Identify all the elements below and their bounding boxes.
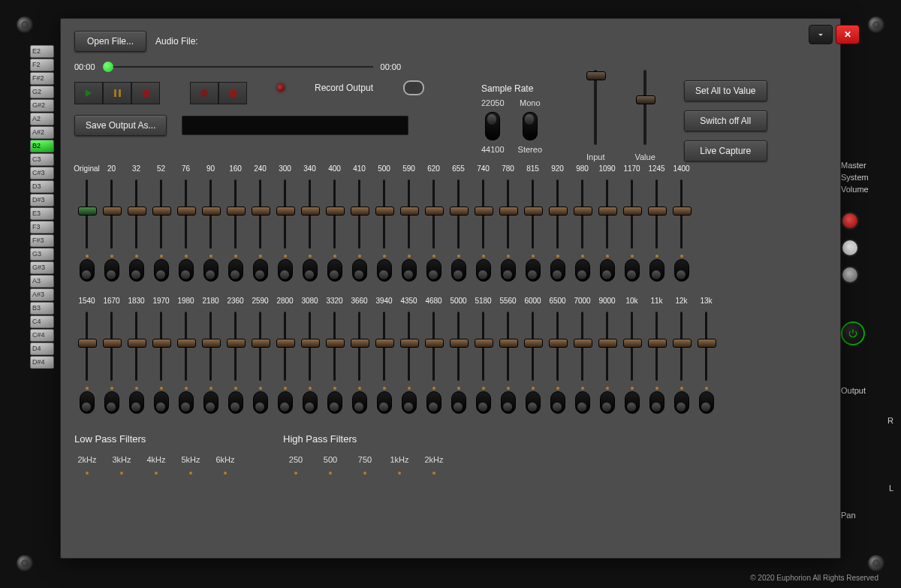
eq-toggle[interactable] — [253, 259, 268, 282]
eq-toggle[interactable] — [80, 259, 95, 282]
eq-slider[interactable] — [457, 312, 460, 381]
eq-toggle[interactable] — [649, 259, 664, 282]
eq-slider[interactable] — [135, 179, 137, 249]
eq-slider[interactable] — [606, 179, 608, 249]
eq-toggle[interactable] — [203, 259, 218, 282]
eq-slider[interactable] — [556, 312, 559, 381]
eq-slider[interactable] — [358, 312, 360, 381]
eq-toggle[interactable] — [402, 259, 417, 282]
eq-slider[interactable] — [135, 312, 137, 381]
eq-toggle[interactable] — [625, 391, 640, 414]
eq-toggle[interactable] — [228, 391, 243, 414]
input-slider[interactable]: Input — [586, 70, 604, 161]
eq-toggle[interactable] — [649, 391, 664, 414]
eq-toggle[interactable] — [278, 259, 293, 282]
piano-key[interactable]: E2 — [30, 45, 54, 58]
eq-toggle[interactable] — [303, 259, 318, 282]
loop-toggle[interactable] — [403, 80, 424, 95]
eq-slider[interactable] — [234, 312, 237, 381]
eq-slider[interactable] — [680, 312, 683, 381]
eq-slider[interactable] — [532, 179, 534, 249]
eq-slider[interactable] — [309, 179, 311, 249]
eq-slider[interactable] — [432, 312, 435, 381]
eq-slider[interactable] — [259, 312, 261, 381]
eq-toggle[interactable] — [501, 259, 516, 282]
piano-key[interactable]: A#3 — [30, 288, 54, 301]
piano-key[interactable]: C3 — [30, 153, 54, 166]
stop-button[interactable] — [131, 82, 160, 104]
playhead-icon[interactable] — [103, 62, 113, 72]
eq-toggle[interactable] — [625, 259, 640, 282]
eq-slider[interactable] — [383, 312, 385, 381]
eq-slider[interactable] — [581, 179, 583, 249]
eq-toggle[interactable] — [402, 391, 417, 414]
piano-key[interactable]: G2 — [30, 86, 54, 98]
eq-toggle[interactable] — [426, 259, 441, 282]
eq-toggle[interactable] — [203, 391, 218, 414]
eq-slider[interactable] — [556, 179, 559, 249]
playback-timeline[interactable] — [103, 66, 373, 68]
eq-slider[interactable] — [259, 179, 261, 249]
eq-slider[interactable] — [680, 179, 683, 249]
eq-toggle[interactable] — [550, 391, 565, 414]
eq-toggle[interactable] — [377, 259, 392, 282]
eq-toggle[interactable] — [451, 259, 466, 282]
eq-toggle[interactable] — [550, 259, 565, 282]
eq-slider[interactable] — [432, 179, 435, 249]
eq-toggle[interactable] — [154, 259, 169, 282]
piano-key[interactable]: F3 — [30, 221, 54, 234]
eq-toggle[interactable] — [526, 259, 541, 282]
eq-slider[interactable] — [185, 179, 187, 249]
piano-key[interactable]: D#3 — [30, 194, 54, 207]
eq-slider[interactable] — [532, 312, 534, 381]
minimize-button[interactable] — [809, 25, 833, 44]
eq-toggle[interactable] — [600, 391, 615, 414]
eq-slider[interactable] — [507, 179, 509, 249]
piano-key[interactable]: A3 — [30, 275, 54, 288]
eq-slider[interactable] — [110, 179, 113, 249]
eq-slider[interactable] — [284, 179, 286, 249]
eq-slider[interactable] — [631, 179, 633, 249]
eq-slider[interactable] — [160, 179, 162, 249]
eq-toggle[interactable] — [327, 391, 342, 414]
eq-toggle[interactable] — [575, 391, 590, 414]
eq-slider[interactable] — [284, 312, 286, 381]
eq-toggle[interactable] — [674, 391, 689, 414]
eq-slider[interactable] — [110, 312, 113, 381]
pause-button[interactable] — [103, 82, 131, 104]
eq-toggle[interactable] — [575, 259, 590, 282]
eq-toggle[interactable] — [352, 391, 367, 414]
eq-slider[interactable] — [408, 179, 410, 249]
piano-key[interactable]: G3 — [30, 248, 54, 261]
piano-key[interactable]: C#3 — [30, 167, 54, 179]
eq-toggle[interactable] — [327, 259, 342, 282]
eq-toggle[interactable] — [278, 391, 293, 414]
piano-key[interactable]: E3 — [30, 207, 54, 220]
eq-toggle[interactable] — [476, 391, 491, 414]
piano-key[interactable]: G#3 — [30, 261, 54, 274]
piano-key[interactable]: D3 — [30, 180, 54, 193]
eq-slider[interactable] — [86, 179, 88, 249]
eq-slider[interactable] — [234, 179, 237, 249]
eq-slider[interactable] — [705, 312, 707, 381]
eq-toggle[interactable] — [104, 259, 119, 282]
play-button[interactable] — [74, 82, 103, 104]
output-path-input[interactable] — [182, 116, 408, 135]
eq-toggle[interactable] — [228, 259, 243, 282]
piano-key[interactable]: D#4 — [30, 356, 54, 369]
eq-slider[interactable] — [333, 179, 336, 249]
eq-toggle[interactable] — [600, 259, 615, 282]
eq-slider[interactable] — [655, 179, 658, 249]
save-output-button[interactable]: Save Output As... — [74, 115, 167, 136]
eq-toggle[interactable] — [179, 391, 194, 414]
record-button[interactable] — [190, 82, 218, 104]
piano-key[interactable]: A#2 — [30, 126, 54, 139]
eq-slider[interactable] — [655, 312, 658, 381]
eq-slider[interactable] — [482, 179, 484, 249]
eq-slider[interactable] — [383, 179, 385, 249]
piano-key[interactable]: F2 — [30, 59, 54, 71]
eq-toggle[interactable] — [476, 259, 491, 282]
eq-toggle[interactable] — [674, 259, 689, 282]
piano-key[interactable]: G#2 — [30, 99, 54, 112]
eq-toggle[interactable] — [501, 391, 516, 414]
